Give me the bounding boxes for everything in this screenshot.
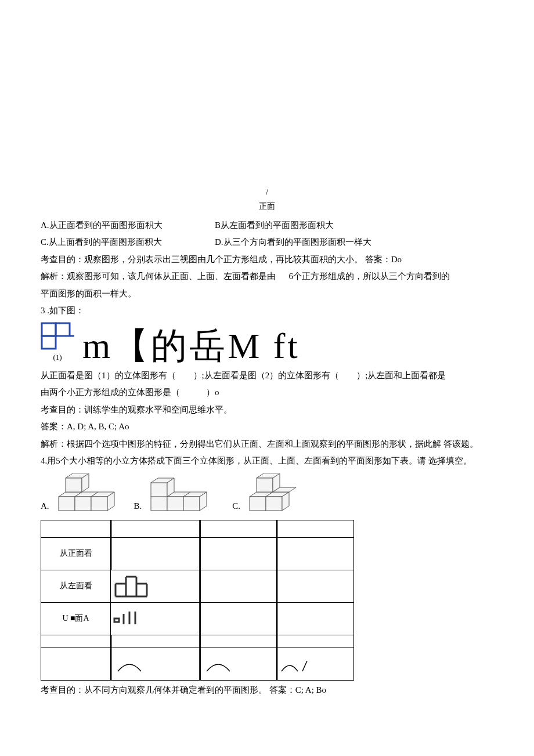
q2-option-c: C.从上面看到的平面图形面积大 — [41, 235, 215, 250]
q3-figure-1-label: (1) — [53, 351, 62, 364]
table-header-row — [41, 520, 354, 537]
q3-big-glyphs: m【的岳M ft — [82, 328, 300, 364]
svg-rect-4 — [59, 497, 75, 511]
svg-rect-6 — [91, 497, 107, 511]
table-shape-cell — [111, 570, 200, 602]
q4-stem: 4.用5个大小相等的小立方体搭成下面三个立体图形，从正面、上面、左面看到的平面图… — [41, 454, 493, 469]
q4-option-c: C. — [232, 473, 308, 514]
svg-rect-11 — [151, 483, 167, 497]
svg-rect-23 — [114, 618, 119, 622]
q2-option-a: A.从正面看到的平面图形面积大 — [41, 218, 215, 233]
q2-option-d: D.从三个方向看到的平面图形面积一样大 — [215, 235, 371, 250]
q4-option-b: B. — [134, 473, 221, 514]
q3-title: 3 .如下图： — [41, 303, 493, 319]
q3-fill-line2: 由两个小正方形组成的立体图形是（ ）o — [41, 385, 493, 400]
front-label-block: / 正面 — [41, 186, 493, 214]
q2-option-b: B从左面看到的平面图形面积大 — [215, 218, 334, 233]
table-blank-row — [41, 635, 354, 648]
q4-purpose: 考查目的：从不同方向观察几何体并确定看到的平面图形。 答案：C; A; Bo — [41, 683, 493, 698]
q2-analysis-mid: 6个正方形组成的，所以从三个方向看到的 — [289, 272, 450, 281]
q2-analysis-line1: 解析：观察图形可知，该几何体从正面、上面、左面看都是由 6个正方形组成的，所以从… — [41, 269, 493, 284]
q2-options-row-2: C.从上面看到的平面图形面积大 D.从三个方向看到的平面图形面积一样大 — [41, 235, 493, 250]
svg-rect-13 — [266, 497, 282, 511]
arc-icon — [278, 655, 313, 672]
cube-figure-a-icon — [53, 473, 122, 514]
q3-fill1-post: ）;从左面和上面看都是 — [356, 371, 446, 380]
q3-fill1-pre: 从正面看是图（1）的立体图形有（ — [41, 371, 176, 380]
q3-analysis: 解析：根据四个选项中图形的特征，分别得出它们从正面、左面和上面观察到的平面图形的… — [41, 437, 493, 452]
table-bars-cell — [111, 602, 200, 635]
cube-figure-c-icon — [244, 473, 308, 514]
views-table: 从正面看 从左面看 U ■面A — [41, 520, 354, 681]
q3-fill-line1: 从正面看是图（1）的立体图形有（ ）;从左面看是图（2）的立体图形有（ ）;从左… — [41, 368, 493, 384]
q2-options-row-1: A.从正面看到的平面图形面积大 B从左面看到的平面图形面积大 — [41, 218, 493, 233]
q4-option-c-label: C. — [232, 499, 240, 514]
q4-options-row: A. B. — [41, 473, 493, 514]
table-row-front-label: 从正面看 — [41, 537, 111, 570]
arc-cell-2 — [200, 648, 276, 680]
q2-analysis-pre: 解析：观察图形可知，该几何体从正面、上面、左面看都是由 — [41, 272, 276, 281]
table-row-left-label: 从左面看 — [41, 570, 111, 602]
q4-option-a-label: A. — [41, 499, 49, 514]
q3-figure-row: (1) m【的岳M ft — [41, 322, 493, 364]
grid-shape-icon — [41, 322, 74, 350]
bars-icon — [111, 610, 151, 627]
q3-fill1-mid: ）;从左面看是图（2）的立体图形有（ — [193, 371, 340, 380]
q2-purpose: 考查目的：观察图形，分别表示出三视图由几个正方形组成，再比较其面积的大小。 答案… — [41, 252, 493, 267]
svg-rect-10 — [183, 497, 200, 511]
table-row-top: U ■面A — [41, 602, 354, 635]
svg-rect-8 — [151, 497, 167, 511]
q3-answer: 答案：A, D; A, B, C; Ao — [41, 419, 493, 435]
svg-rect-12 — [250, 497, 266, 511]
svg-line-27 — [302, 661, 307, 671]
arc-cell-1 — [112, 648, 199, 680]
table-row-front: 从正面看 — [41, 537, 354, 570]
svg-rect-7 — [66, 478, 82, 492]
arc-icon — [201, 655, 236, 672]
arc-cell-3 — [277, 648, 353, 680]
shape-icon — [111, 573, 151, 599]
svg-rect-1 — [56, 323, 70, 336]
q4-option-b-label: B. — [134, 499, 142, 514]
svg-rect-0 — [42, 323, 56, 336]
table-row-top-label: U ■面A — [41, 602, 111, 635]
svg-rect-5 — [75, 497, 91, 511]
table-row-left: 从左面看 — [41, 570, 354, 602]
slash-mark: / — [41, 186, 493, 200]
q3-figure-1: (1) — [41, 322, 74, 364]
svg-rect-2 — [42, 336, 56, 349]
q2-analysis-line2: 平面图形的面积一样大。 — [41, 287, 493, 302]
cube-figure-b-icon — [145, 473, 221, 514]
table-arc-row — [41, 648, 354, 680]
svg-rect-14 — [257, 478, 273, 492]
arc-icon — [112, 655, 147, 672]
svg-rect-9 — [167, 497, 183, 511]
front-label: 正面 — [41, 200, 493, 214]
q3-purpose: 考查目的：训练学生的观察水平和空间思维水平。 — [41, 403, 493, 418]
q4-option-a: A. — [41, 473, 122, 514]
